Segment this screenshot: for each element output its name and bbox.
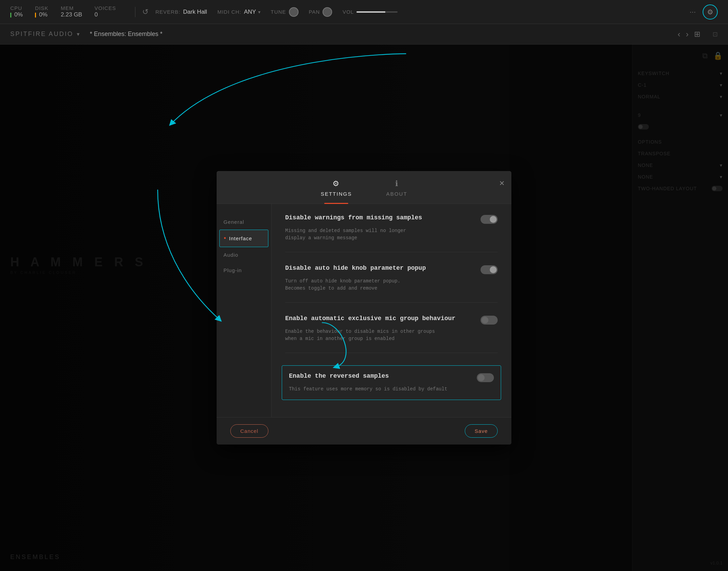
setting-1-desc: Missing and deleted samples will no long…	[285, 227, 498, 242]
modal-footer: Cancel Save	[217, 417, 511, 445]
modal-sidebar: General Interface Audio Plug-in	[217, 204, 271, 417]
setting-2-title: Disable auto hide knob parameter popup	[285, 265, 481, 271]
mem-value: 2.23 GB	[61, 11, 82, 18]
settings-tab-label: SETTINGS	[321, 191, 352, 197]
modal-body: General Interface Audio Plug-in Disable …	[217, 204, 511, 417]
refresh-button[interactable]: ↺	[142, 8, 148, 16]
cpu-bar-icon	[10, 13, 11, 17]
settings-tab-icon: ⚙	[332, 179, 340, 188]
more-options-button[interactable]: ···	[690, 8, 696, 16]
setting-disable-popup: Disable auto hide knob parameter popup T…	[285, 265, 498, 303]
voices-metric: VOICES 0	[95, 5, 116, 18]
setting-exclusive-mic: Enable automatic exclusive mic group beh…	[285, 315, 498, 353]
setting-3-toggle[interactable]	[481, 316, 498, 325]
second-bar: SPITFIRE AUDIO ▾ * Ensembles: Ensembles …	[0, 24, 728, 45]
setting-4-desc: This feature uses more memory so is disa…	[289, 386, 494, 393]
tune-knob[interactable]	[289, 7, 299, 17]
setting-3-title: Enable automatic exclusive mic group beh…	[285, 315, 481, 322]
setting-3-desc: Enable the behaviour to disable mics in …	[285, 328, 498, 342]
brand-dropdown-icon[interactable]: ▾	[77, 31, 80, 37]
tune-section: TUNE	[271, 7, 299, 17]
cpu-value: 0%	[10, 11, 23, 18]
voices-value: 0	[95, 11, 116, 18]
cancel-button[interactable]: Cancel	[230, 424, 268, 438]
setting-2-header: Disable auto hide knob parameter popup	[285, 265, 498, 274]
setting-disable-warnings: Disable warnings from missing samples Mi…	[285, 214, 498, 252]
setting-1-toggle[interactable]	[481, 215, 498, 224]
next-preset-button[interactable]: ›	[686, 29, 689, 39]
top-bar: CPU 0% DISK 0% MEM 2.23 GB VOICES 0 ↺ RE…	[0, 0, 728, 24]
setting-2-toggle[interactable]	[481, 265, 498, 274]
collapse-icon[interactable]: ⊡	[713, 31, 718, 38]
vol-label: VOL	[342, 9, 354, 15]
midi-dropdown-icon: ▾	[258, 9, 260, 15]
save-preset-button[interactable]: ⊞	[694, 30, 700, 39]
brand-name: SPITFIRE AUDIO	[10, 31, 73, 38]
reverb-section: REVERB: Dark Hall	[155, 9, 207, 15]
setting-1-title: Disable warnings from missing samples	[285, 214, 481, 221]
settings-modal: ⚙ SETTINGS ℹ ABOUT × General Interface A…	[217, 171, 511, 445]
about-tab-icon: ℹ	[395, 179, 399, 188]
preset-name: * Ensembles: Ensembles *	[90, 31, 162, 38]
setting-4-header: Enable the reversed samples	[289, 373, 494, 382]
main-area: H A M M E R S BY CHARLIE CLOUSER ENSEMBL…	[0, 45, 728, 571]
disk-bar-icon	[35, 13, 36, 17]
pan-section: PAN	[309, 7, 332, 17]
sidebar-item-plugin[interactable]: Plug-in	[217, 263, 271, 278]
setting-1-header: Disable warnings from missing samples	[285, 214, 498, 224]
voices-label: VOICES	[95, 5, 116, 11]
cpu-label: CPU	[10, 5, 23, 11]
tune-label: TUNE	[271, 9, 286, 15]
prev-preset-button[interactable]: ‹	[678, 29, 680, 39]
settings-icon-button[interactable]: ⚙	[703, 4, 718, 20]
midi-section[interactable]: MIDI CH: ANY ▾	[217, 9, 260, 15]
midi-value: ANY	[244, 9, 256, 15]
sidebar-item-interface[interactable]: Interface	[219, 230, 268, 247]
save-button[interactable]: Save	[465, 424, 498, 438]
setting-4-toggle[interactable]	[477, 373, 494, 382]
reverb-value: Dark Hall	[183, 9, 207, 15]
vol-section: VOL	[342, 9, 398, 15]
nav-arrows: ‹ › ⊞ ⊡	[678, 29, 718, 39]
vol-slider[interactable]	[356, 11, 398, 13]
setting-2-desc: Turn off auto hide knob parameter popup.…	[285, 278, 498, 292]
about-tab[interactable]: ℹ ABOUT	[369, 179, 425, 204]
modal-content-area: Disable warnings from missing samples Mi…	[271, 204, 511, 417]
top-bar-right: ··· ⚙	[690, 4, 718, 20]
disk-value: 0%	[35, 11, 48, 18]
disk-metric: DISK 0%	[35, 5, 48, 18]
settings-tab[interactable]: ⚙ SETTINGS	[304, 179, 369, 204]
sidebar-item-general[interactable]: General	[217, 214, 271, 230]
mem-label: MEM	[61, 5, 82, 11]
reverb-label: REVERB:	[155, 9, 180, 15]
cpu-metric: CPU 0%	[10, 5, 23, 18]
pan-label: PAN	[309, 9, 320, 15]
modal-header: ⚙ SETTINGS ℹ ABOUT ×	[217, 171, 511, 204]
setting-reversed-samples: Enable the reversed samples This feature…	[282, 365, 501, 400]
divider-1	[135, 7, 135, 17]
modal-close-button[interactable]: ×	[499, 178, 505, 189]
about-tab-label: ABOUT	[386, 191, 408, 197]
midi-label: MIDI CH:	[217, 9, 241, 15]
disk-label: DISK	[35, 5, 48, 11]
setting-4-title: Enable the reversed samples	[289, 373, 477, 379]
mem-metric: MEM 2.23 GB	[61, 5, 82, 18]
pan-knob[interactable]	[323, 7, 332, 17]
sidebar-item-audio[interactable]: Audio	[217, 247, 271, 263]
setting-3-header: Enable automatic exclusive mic group beh…	[285, 315, 498, 325]
